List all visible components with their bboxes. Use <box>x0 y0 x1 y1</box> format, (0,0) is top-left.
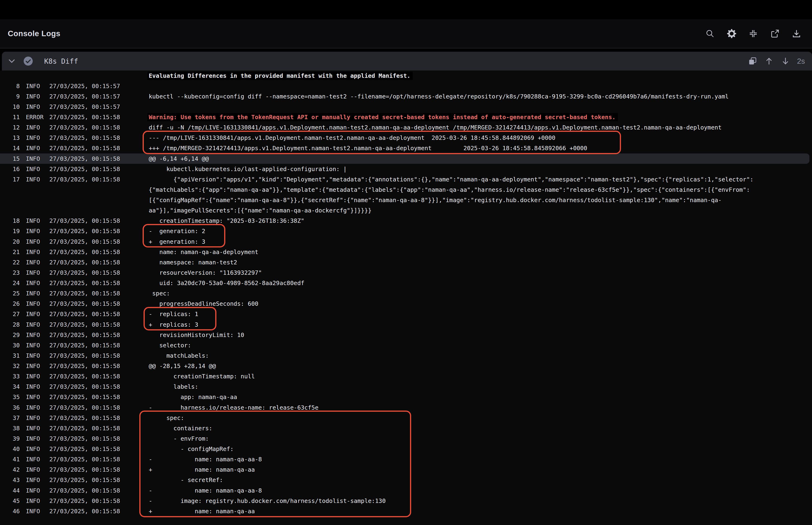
log-row[interactable]: 26INFO27/03/2025, 00:15:58 progressDeadl… <box>0 299 812 309</box>
log-row[interactable]: 41INFO27/03/2025, 00:15:58- name: naman-… <box>0 454 812 465</box>
log-timestamp: 27/03/2025, 00:15:58 <box>49 404 149 411</box>
log-timestamp: 27/03/2025, 00:15:58 <box>49 446 149 452</box>
log-message: - configMapRef: <box>149 446 233 452</box>
log-row[interactable]: 25INFO27/03/2025, 00:15:58 spec: <box>0 288 812 299</box>
log-timestamp: 27/03/2025, 00:15:58 <box>49 342 149 349</box>
log-message: - envFrom: <box>149 435 209 442</box>
open-in-new-icon[interactable] <box>770 28 780 39</box>
log-row[interactable]: 12INFO27/03/2025, 00:15:58diff -u -N /tm… <box>0 122 812 133</box>
log-message: labels: <box>149 383 198 390</box>
log-row[interactable]: 38INFO27/03/2025, 00:15:58 containers: <box>0 423 812 433</box>
log-row[interactable]: 44INFO27/03/2025, 00:15:58- name: naman-… <box>0 485 812 496</box>
log-row[interactable]: 39INFO27/03/2025, 00:15:58 - envFrom: <box>0 433 812 444</box>
log-message: creationTimestamp: "2025-03-26T18:36:38Z… <box>149 217 304 224</box>
log-timestamp: 27/03/2025, 00:15:58 <box>49 124 149 131</box>
log-timestamp: 27/03/2025, 00:15:58 <box>49 352 149 359</box>
log-row[interactable]: aa"}],"imagePullSecrets":[{"name":"naman… <box>0 205 812 216</box>
log-row[interactable]: 37INFO27/03/2025, 00:15:58 spec: <box>0 412 812 423</box>
log-row[interactable]: {"matchLabels":{"app":"naman-qa-aa"}},"t… <box>0 184 812 195</box>
log-level: INFO <box>26 300 49 307</box>
log-message: - harness.io/release-name: release-63cf5… <box>149 404 318 411</box>
log-row[interactable]: 30INFO27/03/2025, 00:15:58 selector: <box>0 340 812 350</box>
log-level: INFO <box>26 290 49 297</box>
log-row[interactable]: 15INFO27/03/2025, 00:15:58@@ -6,14 +6,14… <box>0 153 809 164</box>
console-logs-header: Console Logs <box>0 19 812 48</box>
log-row[interactable]: 34INFO27/03/2025, 00:15:58 labels: <box>0 381 812 392</box>
log-timestamp: 27/03/2025, 00:15:58 <box>49 487 149 494</box>
log-row[interactable]: 14INFO27/03/2025, 00:15:58+++ /tmp/MERGE… <box>0 143 812 153</box>
k8s-diff-step-bar[interactable]: K8s Diff 2s <box>2 52 812 71</box>
log-row[interactable]: 16INFO27/03/2025, 00:15:58 kubectl.kuber… <box>0 164 812 174</box>
log-row[interactable]: 8INFO27/03/2025, 00:15:57 <box>0 81 812 91</box>
gear-icon[interactable] <box>726 28 737 39</box>
log-timestamp: 27/03/2025, 00:15:58 <box>49 332 149 339</box>
log-level: INFO <box>26 415 49 421</box>
log-message: kubectl --kubeconfig=config diff --names… <box>149 93 729 100</box>
log-row[interactable]: 13INFO27/03/2025, 00:15:58--- /tmp/LIVE-… <box>0 133 812 143</box>
log-row[interactable]: 20INFO27/03/2025, 00:15:58+ generation: … <box>0 236 812 247</box>
log-level: INFO <box>26 280 49 286</box>
search-icon[interactable] <box>705 28 715 39</box>
log-timestamp: 27/03/2025, 00:15:58 <box>49 311 149 317</box>
arrow-down-icon[interactable] <box>781 57 790 65</box>
arrow-up-icon[interactable] <box>765 57 773 65</box>
log-row[interactable]: 19INFO27/03/2025, 00:15:58- generation: … <box>0 226 812 236</box>
log-line-number: 39 <box>0 435 20 442</box>
log-timestamp: 27/03/2025, 00:15:58 <box>49 435 149 442</box>
log-row[interactable]: 46INFO27/03/2025, 00:15:58+ name: naman-… <box>0 506 812 516</box>
log-line-number: 11 <box>0 114 20 121</box>
log-level: INFO <box>26 477 49 483</box>
log-message: {"apiVersion":"apps/v1","kind":"Deployme… <box>149 176 753 183</box>
log-timestamp: 27/03/2025, 00:15:58 <box>49 155 149 162</box>
log-message: selector: <box>149 342 191 349</box>
log-line-number: 17 <box>0 176 20 183</box>
log-row[interactable]: 28INFO27/03/2025, 00:15:58+ replicas: 3 <box>0 319 812 330</box>
log-row[interactable]: 45INFO27/03/2025, 00:15:58- image: regis… <box>0 496 812 506</box>
log-line-number: 29 <box>0 332 20 339</box>
log-row[interactable]: 11ERROR27/03/2025, 00:15:58Warning: Use … <box>0 112 812 122</box>
log-row[interactable]: 9INFO27/03/2025, 00:15:57kubectl --kubec… <box>0 91 812 102</box>
log-level: INFO <box>26 228 49 235</box>
log-row[interactable]: 35INFO27/03/2025, 00:15:58 app: naman-qa… <box>0 392 812 402</box>
log-message: matchLabels: <box>149 352 209 359</box>
log-message: uid: 3a20dc70-53a0-4989-8562-8aa29ac80ed… <box>149 280 304 286</box>
log-row[interactable]: [{"configMapRef":{"name":"naman-qa-aa-8"… <box>0 195 812 205</box>
log-row[interactable]: Evaluating Differences in the provided m… <box>0 71 812 81</box>
log-row[interactable]: 18INFO27/03/2025, 00:15:58 creationTimes… <box>0 216 812 226</box>
chevron-down-icon[interactable] <box>7 57 16 65</box>
log-row[interactable]: 22INFO27/03/2025, 00:15:58 namespace: na… <box>0 257 812 267</box>
log-row[interactable]: 43INFO27/03/2025, 00:15:58 - secretRef: <box>0 475 812 485</box>
log-message: namespace: naman-test2 <box>149 259 237 266</box>
log-row[interactable]: 42INFO27/03/2025, 00:15:58+ name: naman-… <box>0 465 812 475</box>
log-row[interactable]: 33INFO27/03/2025, 00:15:58 creationTimes… <box>0 371 812 381</box>
log-level: INFO <box>26 342 49 349</box>
log-timestamp: 27/03/2025, 00:15:58 <box>49 425 149 432</box>
log-line-number: 14 <box>0 145 20 152</box>
log-row[interactable]: 24INFO27/03/2025, 00:15:58 uid: 3a20dc70… <box>0 278 812 288</box>
log-row[interactable]: 23INFO27/03/2025, 00:15:58 resourceVersi… <box>0 267 812 278</box>
log-timestamp: 27/03/2025, 00:15:58 <box>49 456 149 463</box>
log-row[interactable]: 29INFO27/03/2025, 00:15:58 revisionHisto… <box>0 330 812 340</box>
log-line-number: 32 <box>0 363 20 370</box>
log-message: +++ /tmp/MERGED-3214274413/apps.v1.Deplo… <box>149 145 587 152</box>
log-row[interactable]: 40INFO27/03/2025, 00:15:58 - configMapRe… <box>0 444 812 454</box>
collapse-icon[interactable] <box>748 28 759 39</box>
log-row[interactable]: 17INFO27/03/2025, 00:15:58 {"apiVersion"… <box>0 174 812 184</box>
log-level: INFO <box>26 145 49 152</box>
log-level: ERROR <box>26 114 49 121</box>
log-row[interactable]: 21INFO27/03/2025, 00:15:58 name: naman-q… <box>0 247 812 257</box>
log-row[interactable]: 31INFO27/03/2025, 00:15:58 matchLabels: <box>0 350 812 361</box>
log-row[interactable]: 32INFO27/03/2025, 00:15:58@@ -28,15 +28,… <box>0 361 812 371</box>
log-row[interactable]: 36INFO27/03/2025, 00:15:58- harness.io/r… <box>0 402 812 412</box>
log-message: name: naman-qa-aa-deployment <box>149 249 258 255</box>
log-row[interactable]: 10INFO27/03/2025, 00:15:57 <box>0 102 812 112</box>
log-viewer[interactable]: Evaluating Differences in the provided m… <box>0 71 812 525</box>
log-message: kubectl.kubernetes.io/last-applied-confi… <box>149 166 347 172</box>
log-row[interactable]: 27INFO27/03/2025, 00:15:58- replicas: 1 <box>0 309 812 319</box>
log-line-number: 19 <box>0 228 20 235</box>
download-icon[interactable] <box>791 28 802 39</box>
log-line-number: 36 <box>0 404 20 411</box>
copy-icon[interactable] <box>748 57 757 65</box>
log-timestamp: 27/03/2025, 00:15:58 <box>49 363 149 370</box>
log-timestamp: 27/03/2025, 00:15:57 <box>49 103 149 110</box>
